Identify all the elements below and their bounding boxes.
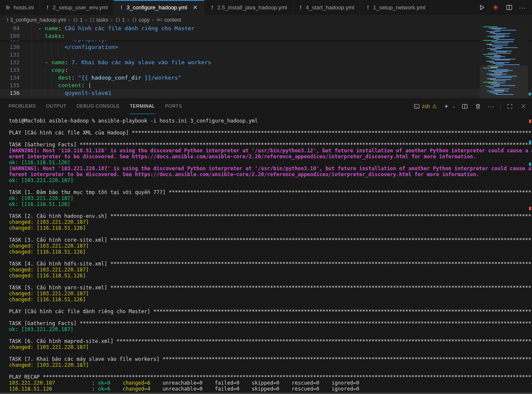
minimap-code-row: [489, 45, 508, 46]
tab-3_configure_hadoop.yml[interactable]: !3_configure_hadoop.yml✕: [114, 0, 205, 15]
line-number: 131: [0, 51, 20, 59]
editor-line-132[interactable]: 132 - name: 7. Khai báo các máy slave và…: [0, 59, 532, 66]
split-terminal-button[interactable]: [461, 103, 469, 110]
terminal-line: PLAY [Cấu hình các file XML của Hadoop] …: [9, 130, 532, 136]
terminal-output[interactable]: tobi@MacTobi asible-hadoop % ansible-pla…: [0, 114, 532, 393]
minimap-code-row: [487, 78, 496, 79]
editor-line-134[interactable]: 134 dest: "{{ hadoop_conf_dir }}/workers…: [0, 74, 532, 82]
terminal-dropdown-chevron-icon[interactable]: ⌄: [452, 104, 455, 108]
panel-tab-output[interactable]: OUTPUT: [46, 98, 66, 114]
minimap-code-row: [491, 41, 514, 42]
minimap-code-row: [483, 26, 498, 27]
panel-tab-debug-console[interactable]: DEBUG CONSOLE: [77, 98, 119, 114]
editor-line-133[interactable]: 133 copy:: [0, 66, 532, 74]
minimap-code-row: [495, 90, 504, 91]
shell-badge[interactable]: zsh ⚠: [414, 103, 437, 109]
minimap-code-row: [491, 84, 500, 85]
minimap-code-row: [495, 30, 516, 31]
editor-line-135[interactable]: 135 content: |: [0, 82, 532, 89]
run-file-button[interactable]: [478, 4, 486, 11]
tab-2.5_install_java_hadoop.yml[interactable]: !2.5_install_java_hadoop.yml: [205, 0, 293, 15]
minimap-code-row: [483, 68, 498, 69]
tab-2_setup_user_env.yml[interactable]: !2_setup_user_env.yml: [40, 0, 114, 15]
new-terminal-button[interactable]: +: [442, 103, 450, 110]
panel-tab-problems[interactable]: PROBLEMS: [9, 98, 36, 114]
minimap-code-row: [489, 87, 494, 88]
close-panel-button[interactable]: [519, 103, 527, 110]
panel-tab-ports[interactable]: PORTS: [165, 98, 182, 114]
overview-ruler-mark: [529, 93, 531, 95]
terminal-line: [9, 183, 532, 189]
terminal-line: [9, 368, 532, 374]
minimap[interactable]: [480, 25, 528, 98]
line-content: - name: Cấu hình các file dành riêng cho…: [31, 25, 195, 32]
line-content: - name: 7. Khai báo các máy slave vào fi…: [31, 59, 211, 66]
breadcrumb-label: copy: [139, 17, 149, 23]
object-symbol-icon: {}: [132, 17, 137, 22]
terminal-line: changed: [116.118.51.126]: [9, 273, 532, 279]
panel-more-actions-button[interactable]: ···: [487, 103, 495, 110]
breadcrumb-separator: ›: [111, 17, 113, 23]
more-actions-button[interactable]: ···: [519, 4, 526, 11]
breadcrumb-item-1[interactable]: {}1: [73, 17, 83, 23]
tab-close-icon[interactable]: ✕: [192, 4, 199, 11]
terminal-line: changed: [103.221.220.187]: [9, 243, 532, 249]
minimap-code-row: [494, 55, 501, 56]
minimap-code-row: [490, 67, 498, 68]
line-content: copy:: [31, 66, 68, 74]
terminal-line: [WARNING]: Host '116.118.51.126' is usin…: [9, 148, 532, 154]
tab-4_start_hadoop.yml[interactable]: !4_start_hadoop.yml: [293, 0, 360, 15]
terminal-line: PLAY RECAP *****************************…: [9, 374, 532, 380]
panel-tab-terminal[interactable]: TERMINAL: [130, 98, 155, 114]
panel-actions: zsh ⚠ + ⌄ ···: [414, 103, 527, 110]
terminal-line: [9, 279, 532, 285]
tab-label: 3_configure_hadoop.yml: [127, 4, 187, 11]
terminal-scrollbar-mark: [529, 163, 531, 166]
minimap-code-row: [490, 37, 504, 37]
partially-scrolled-line: 129 </property>: [0, 40, 532, 43]
split-editor-button[interactable]: [505, 4, 513, 11]
breadcrumb-separator: ›: [68, 17, 70, 23]
tab-label: 4_start_hadoop.yml: [306, 4, 354, 11]
editor-line-94[interactable]: 94 - name: Cấu hình các file dành riêng …: [0, 25, 532, 32]
editor-line-100[interactable]: 100 tasks:: [0, 32, 532, 40]
overview-ruler[interactable]: [528, 25, 532, 98]
breadcrumb-item-1[interactable]: {}1: [115, 17, 125, 23]
line-content: dest: "{{ hadoop_conf_dir }}/workers": [31, 74, 181, 82]
tab-1_setup_network.yml[interactable]: !1_setup_network.yml: [360, 0, 431, 15]
minimap-code-row: [488, 70, 513, 71]
editor-line-130[interactable]: 130 </configuration>: [0, 43, 532, 51]
minimap-code-row: [483, 54, 498, 55]
terminal-line: [WARNING]: Host '103.221.220.187' is usi…: [9, 166, 532, 171]
string-symbol-icon: abc: [156, 18, 162, 22]
breadcrumb-item-3_configure_hadoop.yml[interactable]: !3_configure_hadoop.yml: [7, 17, 66, 23]
minimap-code-row: [486, 74, 507, 74]
tab-hosts.ini[interactable]: hosts.ini: [0, 0, 40, 15]
terminal-line: TASK [Gathering Facts] *****************…: [9, 142, 532, 148]
code-editor[interactable]: 94 - name: Cấu hình các file dành riêng …: [0, 25, 532, 98]
terminal-line: [9, 136, 532, 142]
kill-terminal-button[interactable]: [474, 103, 482, 110]
terminal-line: changed: [103.221.220.187]: [9, 291, 532, 297]
minimap-code-row: [489, 28, 506, 29]
breadcrumb-item-content[interactable]: abccontent: [156, 17, 181, 23]
editor-line-129[interactable]: 129 </property>: [0, 40, 532, 43]
bottom-panel: PROBLEMSOUTPUTDEBUG CONSOLETERMINALPORTS…: [0, 98, 532, 394]
terminal-line: [9, 231, 532, 237]
maximize-panel-button[interactable]: [506, 103, 514, 110]
terminal-line: [9, 332, 532, 338]
ansible-extension-icon[interactable]: [492, 4, 499, 11]
terminal-line: TASK [5. Cấu hình yarn-site.xml] *******…: [9, 285, 532, 291]
editor-line-131[interactable]: 131: [0, 51, 532, 59]
minimap-code-row: [492, 59, 515, 60]
minimap-code-row: [487, 48, 502, 49]
terminal-line: tobi@MacTobi asible-hadoop % ansible-pla…: [9, 118, 532, 124]
shell-warning-icon[interactable]: ⚠: [432, 103, 437, 109]
breadcrumb-item-copy[interactable]: {}copy: [132, 17, 149, 23]
terminal-line: [9, 350, 532, 356]
line-content: [31, 51, 65, 59]
line-number: 135: [0, 82, 20, 89]
minimap-code-row: [493, 80, 506, 81]
editor-line-136[interactable]: 136 quyenlt-slave1: [0, 89, 532, 97]
breadcrumb-item-tasks[interactable]: []tasks: [90, 17, 108, 23]
